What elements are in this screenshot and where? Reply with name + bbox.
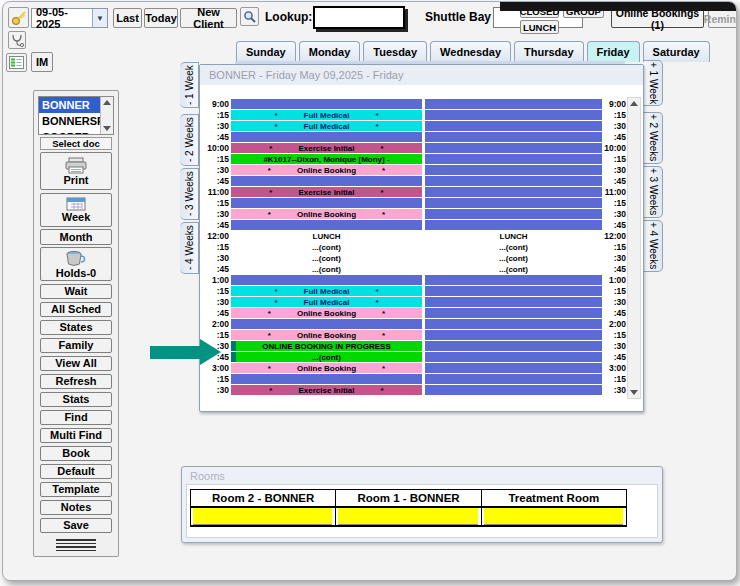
slot-blue[interactable] — [425, 110, 602, 120]
week-tab-4weeks[interactable]: - 4 Weeks — [180, 222, 199, 274]
sidebar-button-family[interactable]: Family — [40, 338, 112, 354]
sidebar-button-save[interactable]: Save — [40, 518, 112, 534]
slot-white[interactable]: LUNCH — [231, 231, 422, 241]
slot-white[interactable]: ...(cont) — [425, 242, 602, 252]
tab-wednesday[interactable]: Wednesday — [430, 41, 511, 62]
doctor-list-item[interactable]: COOPER — [39, 129, 101, 135]
slot-green[interactable]: ONLINE BOOKING IN PROGRESS — [231, 341, 422, 351]
last-button[interactable]: Last — [113, 8, 142, 28]
sidebar-button-month[interactable]: Month — [40, 229, 112, 245]
week-tab-1week[interactable]: + 1 Week — [644, 60, 663, 106]
search-button[interactable] — [240, 7, 259, 26]
sidebar-button-default[interactable]: Default — [40, 464, 112, 480]
slot-cyan[interactable]: *Full Medical* — [231, 297, 422, 307]
scroll-up-icon[interactable] — [103, 100, 111, 105]
sidebar-button-view-all[interactable]: View All — [40, 356, 112, 372]
slot-white[interactable]: LUNCH — [425, 231, 602, 241]
slot-blue[interactable] — [425, 209, 602, 219]
today-button[interactable]: Today — [144, 8, 178, 28]
slot-blue[interactable] — [425, 385, 602, 395]
slot-blue[interactable] — [425, 275, 602, 285]
room-slot-cell[interactable] — [338, 508, 477, 525]
slot-pink[interactable]: *Online Booking* — [231, 330, 422, 340]
slot-blue[interactable] — [425, 319, 602, 329]
slot-blue[interactable] — [231, 176, 422, 186]
slot-blue[interactable] — [231, 99, 422, 109]
doctor-list-item[interactable]: BONNER — [39, 97, 101, 113]
slot-blue[interactable] — [425, 363, 602, 373]
room-slot-cell[interactable] — [484, 508, 623, 525]
stethoscope-button[interactable] — [8, 31, 26, 49]
scroll-up-icon[interactable] — [630, 101, 638, 106]
slot-blue[interactable] — [231, 220, 422, 230]
slot-white[interactable]: ...(cont) — [425, 264, 602, 274]
slot-blue[interactable] — [231, 319, 422, 329]
sidebar-button-print[interactable]: Print — [40, 152, 112, 190]
slot-blue[interactable] — [425, 341, 602, 351]
slot-blue[interactable] — [425, 143, 602, 153]
slot-blue[interactable] — [231, 132, 422, 142]
slot-blue[interactable] — [425, 352, 602, 362]
slot-pink[interactable]: *Online Booking* — [231, 209, 422, 219]
sidebar-button-book[interactable]: Book — [40, 446, 112, 462]
slot-magenta[interactable]: *Exercise Initial* — [231, 187, 422, 197]
slot-blue[interactable] — [425, 132, 602, 142]
slot-cyan[interactable]: *Full Medical* — [231, 121, 422, 131]
tab-sunday[interactable]: Sunday — [236, 41, 296, 62]
week-tab-2weeks[interactable]: + 2 Weeks — [644, 112, 663, 164]
slot-green[interactable]: ...(cont) — [231, 352, 422, 362]
date-picker[interactable]: 09-05-2025 ▼ — [31, 8, 108, 28]
slot-blue[interactable] — [425, 198, 602, 208]
sidebar-button-holds-0[interactable]: Holds-0 — [40, 247, 112, 281]
week-tab-3weeks[interactable]: - 3 Weeks — [180, 168, 199, 220]
slot-pink[interactable]: *Online Booking* — [231, 165, 422, 175]
slot-blue[interactable] — [231, 275, 422, 285]
doctor-list[interactable]: BONNERBONNERSPCOOPERDOC SAM — [38, 96, 114, 135]
slot-blue[interactable] — [425, 121, 602, 131]
sidebar-button-refresh[interactable]: Refresh — [40, 374, 112, 390]
slot-blue[interactable] — [425, 286, 602, 296]
sidebar-button-template[interactable]: Template — [40, 482, 112, 498]
im-button[interactable]: IM — [31, 52, 53, 72]
new-client-button[interactable]: New Client — [180, 8, 237, 28]
slot-blue[interactable] — [425, 374, 602, 384]
sidebar-button-find[interactable]: Find — [40, 410, 112, 426]
key-button[interactable] — [8, 7, 29, 28]
slot-blue[interactable] — [231, 374, 422, 384]
sidebar-button-multi-find[interactable]: Multi Find — [40, 428, 112, 444]
slot-blue[interactable] — [425, 297, 602, 307]
slot-cyan[interactable]: *Full Medical* — [231, 286, 422, 296]
slot-blue[interactable] — [425, 187, 602, 197]
week-tab-2weeks[interactable]: - 2 Weeks — [180, 114, 199, 166]
doctor-list-item[interactable]: BONNERSP — [39, 113, 101, 129]
lunch-button[interactable]: LUNCH — [520, 20, 559, 34]
sidebar-button-notes[interactable]: Notes — [40, 500, 112, 516]
schedule-scrollbar[interactable] — [627, 97, 641, 399]
tab-thursday[interactable]: Thursday — [514, 41, 584, 62]
week-tab-1week[interactable]: - 1 Week — [180, 62, 199, 108]
notes-list-button[interactable] — [6, 53, 27, 72]
slot-white[interactable]: ...(cont) — [231, 253, 422, 263]
scroll-down-icon[interactable] — [103, 126, 111, 131]
slot-blue[interactable] — [231, 198, 422, 208]
tab-tuesday[interactable]: Tuesday — [363, 41, 427, 62]
scroll-down-icon[interactable] — [630, 390, 638, 395]
week-tab-3weeks[interactable]: + 3 Weeks — [644, 166, 663, 218]
slot-blue[interactable] — [425, 99, 602, 109]
slot-blue[interactable] — [425, 165, 602, 175]
week-tab-4weeks[interactable]: + 4 Weeks — [644, 220, 663, 272]
sidebar-button-wait[interactable]: Wait — [40, 284, 112, 300]
slot-cyan[interactable]: *Full Medical* — [231, 110, 422, 120]
slot-white[interactable]: ...(cont) — [231, 264, 422, 274]
tab-monday[interactable]: Monday — [299, 41, 361, 62]
doctor-list-scrollbar[interactable] — [100, 97, 113, 134]
room-slot-cell[interactable] — [193, 508, 332, 525]
slot-blue[interactable] — [425, 176, 602, 186]
grip-icon[interactable] — [56, 539, 96, 553]
sidebar-button-all-sched[interactable]: All Sched — [40, 302, 112, 318]
slot-magenta[interactable]: *Exercise Initial* — [231, 143, 422, 153]
slot-green[interactable]: #K1017--Dixon, Monique [Mony] - — [231, 154, 422, 164]
slot-blue[interactable] — [425, 330, 602, 340]
tab-saturday[interactable]: Saturday — [643, 41, 710, 62]
online-bookings-button[interactable]: Online Bookings (1) — [611, 9, 704, 28]
